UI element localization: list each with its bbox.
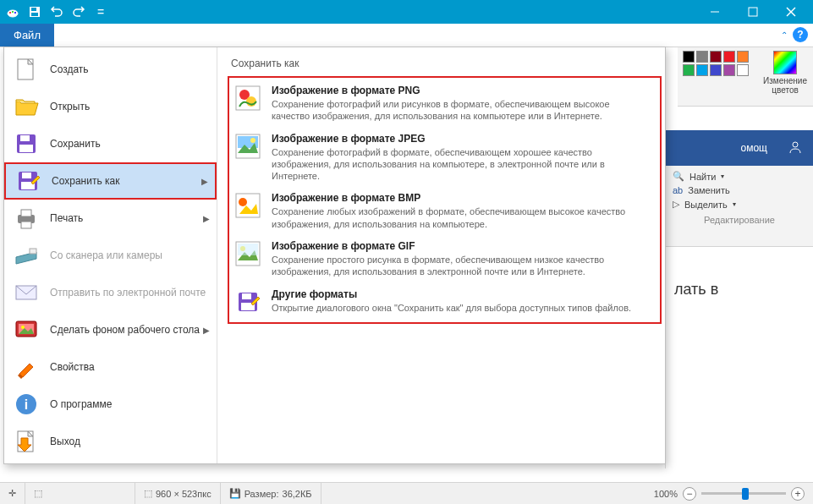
- menu-email[interactable]: Отправить по электронной почте: [4, 274, 217, 311]
- ribbon-tabs: Файл ⌃ ?: [0, 24, 813, 47]
- statusbar: ✛ ⬚ ⬚ 960 × 523пкс 💾 Размер: 36,2КБ 100%…: [0, 482, 813, 504]
- menu-label: Отправить по электронной почте: [50, 287, 206, 299]
- word-editing-group-label: Редактирование: [673, 215, 806, 225]
- svg-point-3: [14, 12, 16, 14]
- svg-rect-15: [19, 145, 33, 152]
- format-jpeg[interactable]: Изображение в формате JPEG Сохранение фо…: [231, 128, 658, 188]
- close-button[interactable]: [772, 0, 810, 24]
- format-gif[interactable]: Изображение в формате GIF Сохранение про…: [231, 235, 658, 283]
- save-as-panel: Сохранить как Изображение в формате PNG …: [217, 47, 665, 463]
- menu-label: Выход: [50, 436, 80, 447]
- size-value: 36,2КБ: [283, 489, 312, 499]
- submenu-arrow-icon: ▶: [203, 214, 210, 223]
- svg-point-26: [21, 326, 25, 329]
- edit-colors-label: Изменение цветов: [763, 76, 807, 95]
- status-filesize: 💾 Размер: 36,2КБ: [221, 483, 321, 504]
- menu-print[interactable]: Печать ▶: [4, 200, 217, 237]
- format-title: Изображение в формате PNG: [272, 85, 655, 96]
- svg-point-2: [12, 11, 14, 13]
- qat-save-button[interactable]: [25, 3, 44, 21]
- help-icon[interactable]: ?: [793, 27, 808, 42]
- color-swatch[interactable]: [683, 64, 695, 76]
- menu-scanner[interactable]: Со сканера или камеры: [4, 237, 217, 274]
- file-menu-dropdown: Создать Открыть Сохранить Сохранить как …: [3, 47, 666, 464]
- color-swatch[interactable]: [737, 64, 749, 76]
- svg-point-1: [9, 12, 11, 14]
- open-icon: [13, 93, 40, 120]
- status-dimensions: ⬚ 960 × 523пкс: [135, 483, 221, 504]
- zoom-thumb[interactable]: [742, 488, 749, 500]
- svg-text:i: i: [25, 397, 28, 412]
- format-desc: Сохранение фотографий в формате, обеспеч…: [272, 146, 655, 183]
- menu-new[interactable]: Создать: [4, 51, 217, 88]
- color-palette[interactable]: [683, 51, 750, 76]
- qat-customize-button[interactable]: =: [91, 3, 110, 21]
- word-select-button[interactable]: Выделить: [684, 200, 728, 210]
- selection-icon: ⬚: [34, 488, 42, 499]
- menu-exit[interactable]: Выход: [4, 423, 217, 460]
- disk-icon: 💾: [229, 488, 241, 499]
- menu-save-as[interactable]: Сохранить как ▶: [4, 162, 217, 200]
- file-tab[interactable]: Файл: [0, 24, 54, 47]
- word-find-button[interactable]: Найти: [689, 172, 716, 182]
- maximize-button[interactable]: [733, 0, 772, 24]
- svg-rect-14: [20, 135, 30, 141]
- submenu-arrow-icon: ▶: [203, 326, 210, 335]
- menu-label: Открыть: [50, 101, 90, 112]
- menu-wallpaper[interactable]: Сделать фоном рабочего стола ▶: [4, 311, 217, 348]
- word-tab-fragment: омощ: [741, 142, 767, 154]
- scanner-icon: [13, 242, 40, 269]
- svg-rect-21: [21, 222, 31, 228]
- zoom-in-button[interactable]: +: [791, 487, 805, 501]
- format-title: Изображение в формате BMP: [272, 192, 655, 204]
- qat-redo-button[interactable]: [69, 3, 88, 21]
- about-icon: i: [13, 391, 40, 418]
- word-window: омощ 🔍Найти▾ abЗаменить ▷Выделить▾ Редак…: [665, 130, 813, 468]
- word-user-icon[interactable]: [788, 140, 803, 157]
- properties-icon: [13, 353, 40, 381]
- color-swatch[interactable]: [710, 51, 722, 63]
- svg-rect-40: [238, 244, 258, 255]
- save-icon: [13, 130, 40, 157]
- menu-about[interactable]: i О программе: [4, 386, 217, 423]
- svg-rect-17: [22, 173, 31, 178]
- dimensions-value: 960 × 523пкс: [156, 489, 211, 499]
- qat-undo-button[interactable]: [47, 3, 66, 21]
- svg-rect-42: [242, 293, 251, 299]
- menu-label: О программе: [50, 398, 112, 410]
- format-bmp[interactable]: Изображение в формате BMP Сохранение люб…: [231, 187, 658, 235]
- edit-colors-button[interactable]: Изменение цветов: [762, 51, 808, 95]
- svg-rect-8: [749, 8, 757, 16]
- crosshair-icon: ✛: [8, 488, 16, 499]
- titlebar: =: [0, 0, 813, 24]
- color-swatch[interactable]: [696, 51, 708, 63]
- color-swatch[interactable]: [696, 64, 708, 76]
- minimize-button[interactable]: [695, 0, 733, 24]
- menu-properties[interactable]: Свойства: [4, 348, 217, 386]
- exit-icon: [13, 428, 40, 455]
- zoom-out-button[interactable]: −: [683, 487, 696, 501]
- menu-label: Со сканера или камеры: [50, 249, 162, 261]
- dimensions-icon: ⬚: [144, 488, 152, 499]
- menu-label: Сделать фоном рабочего стола: [50, 324, 200, 336]
- paint-app-icon: [3, 3, 22, 21]
- zoom-slider[interactable]: [701, 492, 786, 495]
- print-icon: [13, 205, 40, 232]
- format-desc: Сохранение фотографий или рисунков в фор…: [272, 98, 655, 123]
- menu-open[interactable]: Открыть: [4, 88, 217, 125]
- ribbon-collapse-icon[interactable]: ⌃: [781, 30, 788, 40]
- png-icon: [234, 85, 261, 112]
- color-swatch[interactable]: [723, 64, 735, 76]
- color-swatch[interactable]: [723, 51, 735, 63]
- format-desc: Открытие диалогового окна "Сохранить как…: [272, 302, 655, 314]
- color-swatch[interactable]: [737, 51, 749, 63]
- format-title: Изображение в формате GIF: [272, 240, 655, 252]
- color-swatch[interactable]: [683, 51, 695, 63]
- format-png[interactable]: Изображение в формате PNG Сохранение фот…: [231, 79, 658, 128]
- menu-label: Создать: [50, 63, 89, 75]
- format-other[interactable]: Другие форматы Открытие диалогового окна…: [231, 283, 658, 320]
- color-swatch[interactable]: [710, 64, 722, 76]
- word-replace-button[interactable]: Заменить: [688, 185, 729, 195]
- svg-rect-22: [30, 249, 36, 254]
- menu-save[interactable]: Сохранить: [4, 125, 217, 162]
